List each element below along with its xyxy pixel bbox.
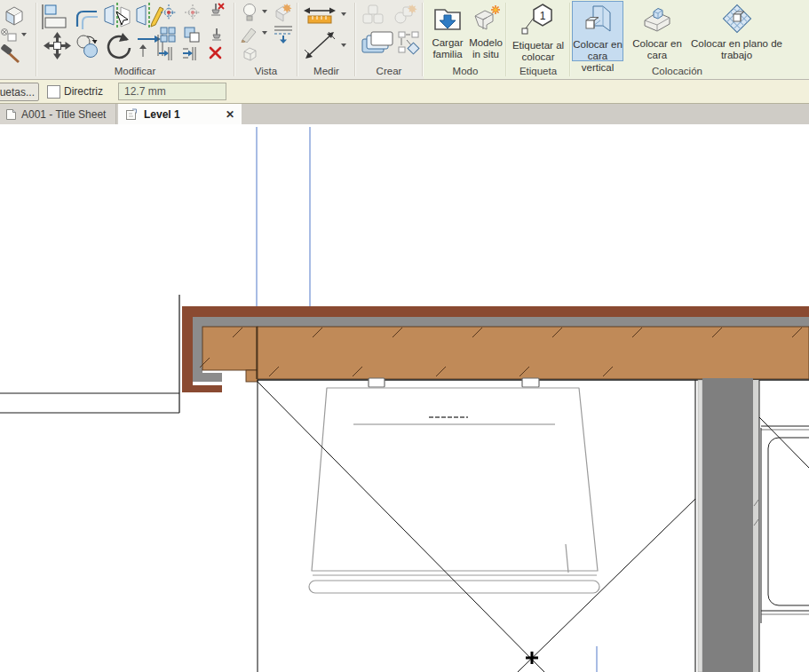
- place-on-work-plane-label: Colocar en plano de trabajo: [691, 38, 782, 61]
- align-multiple-button[interactable]: [182, 46, 198, 61]
- dropdown-caret-icon[interactable]: [341, 43, 346, 47]
- default-3d-box-icon[interactable]: [241, 44, 258, 62]
- load-family-label: Cargar familia: [427, 37, 468, 60]
- panel-label-crear: Crear: [377, 66, 402, 76]
- place-on-vertical-face-label: Colocar en cara vertical: [573, 39, 623, 74]
- panel-etiqueta: 1 Etiquetar al colocar Etiqueta: [507, 0, 569, 79]
- rotate-button[interactable]: [105, 32, 133, 60]
- copy-button[interactable]: [75, 34, 102, 59]
- place-on-vertical-face-button[interactable]: Colocar en cara vertical: [572, 1, 623, 61]
- dropdown-caret-icon[interactable]: [262, 31, 267, 35]
- lightbulb-icon[interactable]: [241, 3, 258, 22]
- dropdown-caret-icon[interactable]: [341, 12, 346, 16]
- panel-modo: Cargar familia Modelo in situ Modo: [425, 0, 505, 79]
- options-bar: uetas... Directriz: [0, 80, 809, 104]
- unpin-button[interactable]: [209, 2, 226, 19]
- tags-button-label: uetas...: [0, 86, 35, 99]
- panel-colocacion: Colocar en cara vertical Colocar en cara…: [571, 0, 783, 79]
- panel-label-etiqueta: Etiqueta: [520, 66, 557, 76]
- offset-button[interactable]: [74, 7, 102, 30]
- cut-geometry-button[interactable]: [161, 4, 177, 20]
- panel-medir: Medir: [298, 0, 354, 79]
- panel-divider: [422, 3, 424, 76]
- tab-level1-label: Level 1: [144, 108, 180, 121]
- paste-cube-icon[interactable]: [2, 3, 27, 28]
- tab-a001-title-sheet[interactable]: A001 - Title Sheet: [0, 104, 116, 124]
- view-tab-bar: A001 - Title Sheet Level 1 ✕: [0, 104, 809, 124]
- scale-button[interactable]: [184, 27, 200, 43]
- plan-view-drawing: [0, 124, 809, 672]
- panel-label-colocacion: Colocación: [652, 66, 702, 76]
- place-on-face-label: Colocar en cara: [625, 38, 689, 61]
- left-wall-lines[interactable]: [0, 295, 179, 413]
- tag-number: 1: [540, 10, 546, 22]
- create-similar-icon[interactable]: [360, 28, 393, 57]
- place-face-icon: [641, 4, 673, 36]
- leader-checkbox[interactable]: [47, 85, 60, 99]
- measure-ruler-icon[interactable]: [303, 5, 337, 27]
- panel-modificar: Modificar: [36, 0, 234, 79]
- pin-button[interactable]: [210, 27, 224, 43]
- place-on-work-plane-button[interactable]: Colocar en plano de trabajo: [691, 1, 782, 64]
- leader-checkbox-label: Directriz: [64, 85, 103, 98]
- wall-stud-layer: [202, 327, 809, 382]
- aligned-dimension-icon[interactable]: [303, 32, 337, 60]
- hammer-icon[interactable]: [0, 44, 23, 66]
- reveal-hidden-icon[interactable]: [273, 2, 294, 23]
- sink-counter[interactable]: [759, 417, 809, 623]
- appliance-symbol[interactable]: [309, 378, 599, 593]
- model-in-place-label: Modelo in situ: [464, 37, 507, 60]
- panel-label-modificar: Modificar: [115, 66, 156, 76]
- move-button[interactable]: [44, 32, 71, 59]
- dropdown-caret-icon[interactable]: [21, 33, 27, 36]
- linework-brush-icon[interactable]: [241, 25, 258, 43]
- place-work-plane-icon: [720, 4, 754, 36]
- sheet-icon: [5, 108, 17, 121]
- drawing-canvas[interactable]: [0, 124, 809, 672]
- tag-on-placement-button[interactable]: 1 Etiquetar al colocar: [510, 3, 567, 63]
- place-vertical-face-icon: [582, 4, 614, 37]
- model-in-place-icon: [470, 4, 502, 36]
- model-in-place-button[interactable]: Modelo in situ: [464, 4, 507, 60]
- load-family-button[interactable]: Cargar familia: [427, 4, 468, 60]
- place-on-face-button[interactable]: Colocar en cara: [625, 1, 689, 64]
- tab-a001-label: A001 - Title Sheet: [21, 108, 106, 121]
- panel-vista: Vista: [235, 0, 297, 79]
- panel-label-modo: Modo: [453, 66, 479, 76]
- tags-button[interactable]: uetas...: [0, 83, 39, 101]
- array-button[interactable]: [160, 27, 176, 43]
- panel-label-medir: Medir: [313, 66, 339, 76]
- tag-hexagon-icon: 1: [520, 3, 557, 38]
- tab-level-1[interactable]: Level 1 ✕: [118, 104, 242, 124]
- close-tab-icon[interactable]: ✕: [226, 108, 234, 121]
- leader-offset-input[interactable]: [118, 83, 226, 100]
- ribbon: Modificar Vista Medir: [0, 0, 809, 80]
- plan-view-icon: [125, 108, 138, 121]
- create-group-icon[interactable]: [361, 3, 387, 28]
- mirror-pick-axis-button[interactable]: [102, 2, 132, 30]
- hinge-left: [369, 378, 385, 387]
- load-family-folder-icon: [432, 4, 464, 36]
- delete-button[interactable]: [208, 45, 223, 60]
- align-button[interactable]: [40, 3, 68, 31]
- panel-crear: Crear: [356, 0, 422, 79]
- align-wall-button[interactable]: [158, 46, 174, 61]
- uncut-geometry-button[interactable]: [185, 4, 201, 20]
- type-selector-icon[interactable]: [0, 28, 20, 43]
- panel-label-vista: Vista: [255, 66, 277, 76]
- legend-component-icon[interactable]: [397, 30, 420, 55]
- cascade-views-icon[interactable]: [273, 24, 294, 45]
- dropdown-caret-icon[interactable]: [262, 10, 267, 13]
- hinge-right: [522, 378, 539, 387]
- create-assembly-icon[interactable]: [392, 3, 418, 28]
- tag-on-placement-label: Etiquetar al colocar: [510, 40, 567, 63]
- structural-column[interactable]: [698, 378, 759, 672]
